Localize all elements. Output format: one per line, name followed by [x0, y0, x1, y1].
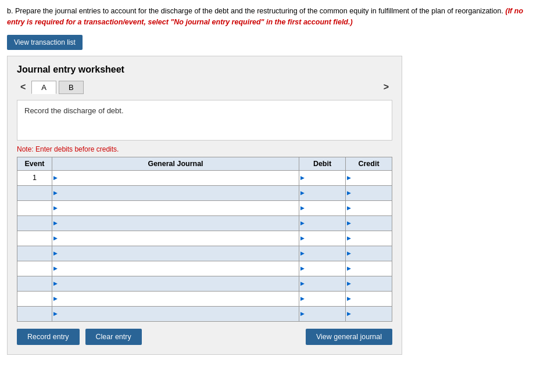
credit-input[interactable]	[346, 261, 392, 276]
event-cell	[17, 306, 52, 321]
event-cell	[17, 261, 52, 276]
credit-input[interactable]	[346, 201, 392, 215]
table-row	[17, 215, 392, 231]
table-row	[17, 185, 392, 200]
col-event: Event	[17, 157, 52, 170]
event-cell	[17, 200, 52, 215]
journal-cell[interactable]	[52, 306, 299, 321]
event-cell: 1	[17, 170, 52, 185]
journal-input[interactable]	[52, 246, 299, 261]
credit-input[interactable]	[346, 216, 392, 231]
journal-cell[interactable]	[52, 215, 299, 231]
debit-cell[interactable]	[299, 185, 346, 200]
record-entry-button[interactable]: Record entry	[17, 329, 80, 345]
journal-cell[interactable]	[52, 200, 299, 215]
debit-input[interactable]	[299, 201, 345, 215]
debit-cell[interactable]	[299, 200, 346, 215]
debit-input[interactable]	[299, 186, 345, 200]
debit-input[interactable]	[299, 216, 345, 231]
journal-cell[interactable]	[52, 261, 299, 276]
credit-cell[interactable]	[346, 261, 392, 276]
debit-input[interactable]	[299, 276, 345, 291]
journal-input[interactable]	[52, 307, 299, 321]
table-row	[17, 261, 392, 276]
col-general-journal: General Journal	[52, 157, 299, 170]
event-cell	[17, 231, 52, 246]
table-row	[17, 231, 392, 246]
journal-cell[interactable]	[52, 170, 299, 185]
debit-input[interactable]	[299, 261, 345, 276]
debit-cell[interactable]	[299, 276, 346, 291]
journal-input[interactable]	[52, 261, 299, 276]
transaction-description: Record the discharge of debt.	[17, 100, 392, 141]
debit-cell[interactable]	[299, 215, 346, 231]
event-cell	[17, 291, 52, 306]
credit-input[interactable]	[346, 276, 392, 291]
description-text: Record the discharge of debt.	[24, 106, 124, 115]
table-row: 1	[17, 170, 392, 185]
credit-cell[interactable]	[346, 291, 392, 306]
journal-cell[interactable]	[52, 246, 299, 261]
credit-input[interactable]	[346, 307, 392, 321]
credit-cell[interactable]	[346, 246, 392, 261]
credit-input[interactable]	[346, 292, 392, 306]
credit-cell[interactable]	[346, 276, 392, 291]
worksheet-title: Journal entry worksheet	[17, 64, 392, 75]
credit-cell[interactable]	[346, 170, 392, 185]
debit-cell[interactable]	[299, 231, 346, 246]
journal-input[interactable]	[52, 186, 299, 200]
credit-cell[interactable]	[346, 306, 392, 321]
credit-input[interactable]	[346, 171, 392, 185]
credit-input[interactable]	[346, 246, 392, 261]
journal-cell[interactable]	[52, 185, 299, 200]
journal-input[interactable]	[52, 216, 299, 231]
table-row	[17, 246, 392, 261]
credit-cell[interactable]	[346, 200, 392, 215]
view-general-journal-button[interactable]: View general journal	[306, 329, 392, 345]
table-row	[17, 306, 392, 321]
tab-navigation: < A B >	[17, 81, 392, 94]
next-tab-arrow[interactable]: >	[380, 81, 392, 93]
credit-input[interactable]	[346, 231, 392, 246]
debit-cell[interactable]	[299, 170, 346, 185]
credit-cell[interactable]	[346, 231, 392, 246]
debit-cell[interactable]	[299, 246, 346, 261]
note-text: Note: Enter debits before credits.	[17, 145, 392, 153]
debit-input[interactable]	[299, 292, 345, 306]
journal-input[interactable]	[52, 231, 299, 246]
journal-input[interactable]	[52, 292, 299, 306]
debit-input[interactable]	[299, 246, 345, 261]
debit-cell[interactable]	[299, 306, 346, 321]
credit-cell[interactable]	[346, 185, 392, 200]
debit-input[interactable]	[299, 307, 345, 321]
tab-a[interactable]: A	[31, 81, 56, 94]
event-cell	[17, 276, 52, 291]
event-cell	[17, 215, 52, 231]
debit-cell[interactable]	[299, 261, 346, 276]
instruction-main: b. Prepare the journal entries to accoun…	[7, 7, 503, 15]
table-row	[17, 276, 392, 291]
view-transaction-button[interactable]: View transaction list	[7, 35, 83, 50]
event-cell	[17, 246, 52, 261]
journal-cell[interactable]	[52, 291, 299, 306]
table-row	[17, 291, 392, 306]
journal-input[interactable]	[52, 201, 299, 215]
credit-input[interactable]	[346, 186, 392, 200]
worksheet-container: Journal entry worksheet < A B > Record t…	[7, 56, 402, 355]
tab-b[interactable]: B	[59, 81, 84, 94]
debit-input[interactable]	[299, 231, 345, 246]
prev-tab-arrow[interactable]: <	[17, 81, 29, 93]
journal-cell[interactable]	[52, 276, 299, 291]
credit-cell[interactable]	[346, 215, 392, 231]
event-cell	[17, 185, 52, 200]
journal-cell[interactable]	[52, 231, 299, 246]
col-credit: Credit	[346, 157, 392, 170]
journal-input[interactable]	[52, 171, 299, 185]
journal-table: Event General Journal Debit Credit 1	[17, 157, 392, 322]
journal-input[interactable]	[52, 276, 299, 291]
debit-cell[interactable]	[299, 291, 346, 306]
table-row	[17, 200, 392, 215]
clear-entry-button[interactable]: Clear entry	[85, 329, 142, 345]
debit-input[interactable]	[299, 171, 345, 185]
instructions-text: b. Prepare the journal entries to accoun…	[7, 6, 537, 28]
